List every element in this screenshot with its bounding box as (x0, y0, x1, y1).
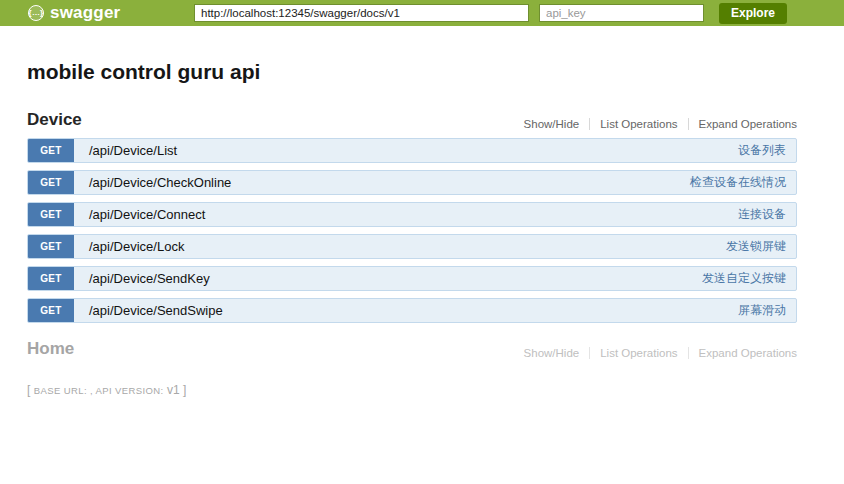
http-method-badge: GET (28, 139, 74, 162)
http-method-badge: GET (28, 235, 74, 258)
endpoint-list: GET /api/Device/List 设备列表 GET /api/Devic… (27, 138, 797, 323)
section-device: Device Show/HideList OperationsExpand Op… (27, 110, 797, 323)
api-key-input[interactable] (539, 4, 704, 22)
http-method-badge: GET (28, 267, 74, 290)
endpoint-row[interactable]: GET /api/Device/Lock 发送锁屏键 (27, 234, 797, 259)
bracket-open: [ (27, 383, 30, 397)
endpoint-row[interactable]: GET /api/Device/CheckOnline 检查设备在线情况 (27, 170, 797, 195)
section-header: Home Show/HideList OperationsExpand Oper… (27, 339, 797, 359)
endpoint-path[interactable]: /api/Device/List (89, 143, 177, 158)
section-title[interactable]: Home (27, 339, 74, 359)
section-links: Show/HideList OperationsExpand Operation… (514, 118, 797, 130)
endpoint-row[interactable]: GET /api/Device/List 设备列表 (27, 138, 797, 163)
topbar: {…} swagger Explore (0, 0, 844, 26)
page-title: mobile control guru api (27, 60, 797, 84)
endpoint-path[interactable]: /api/Device/Lock (89, 239, 184, 254)
endpoint-row[interactable]: GET /api/Device/SendKey 发送自定义按键 (27, 266, 797, 291)
section-link-list-operations[interactable]: List Operations (589, 118, 687, 130)
endpoint-row[interactable]: GET /api/Device/Connect 连接设备 (27, 202, 797, 227)
endpoint-row[interactable]: GET /api/Device/SendSwipe 屏幕滑动 (27, 298, 797, 323)
section-link-expand-operations[interactable]: Expand Operations (688, 118, 797, 130)
base-url-labels: BASE URL: , API VERSION: (34, 385, 164, 396)
swagger-logo-text: swagger (50, 3, 120, 23)
endpoint-path[interactable]: /api/Device/CheckOnline (89, 175, 231, 190)
api-version-value: v1 (167, 383, 180, 397)
section-header: Device Show/HideList OperationsExpand Op… (27, 110, 797, 130)
explore-button[interactable]: Explore (719, 3, 787, 24)
api-url-input[interactable] (194, 4, 529, 22)
endpoint-path[interactable]: /api/Device/SendKey (89, 271, 210, 286)
endpoint-summary[interactable]: 连接设备 (738, 206, 786, 223)
http-method-badge: GET (28, 203, 74, 226)
endpoint-summary[interactable]: 检查设备在线情况 (690, 174, 786, 191)
section-home: Home Show/HideList OperationsExpand Oper… (27, 339, 797, 359)
section-title[interactable]: Device (27, 110, 82, 130)
sections: Device Show/HideList OperationsExpand Op… (27, 110, 797, 359)
section-links: Show/HideList OperationsExpand Operation… (514, 347, 797, 359)
main-content: mobile control guru api Device Show/Hide… (0, 60, 844, 397)
swagger-logo[interactable]: {…} swagger (28, 3, 120, 23)
endpoint-summary[interactable]: 发送自定义按键 (702, 270, 786, 287)
endpoint-summary[interactable]: 发送锁屏键 (726, 238, 786, 255)
endpoint-path[interactable]: /api/Device/SendSwipe (89, 303, 223, 318)
section-link-show-hide[interactable]: Show/Hide (514, 347, 590, 359)
section-link-show-hide[interactable]: Show/Hide (514, 118, 590, 130)
swagger-braces-icon: {…} (28, 5, 44, 21)
section-link-list-operations[interactable]: List Operations (589, 347, 687, 359)
section-link-expand-operations[interactable]: Expand Operations (688, 347, 797, 359)
endpoint-summary[interactable]: 设备列表 (738, 142, 786, 159)
endpoint-summary[interactable]: 屏幕滑动 (738, 302, 786, 319)
http-method-badge: GET (28, 299, 74, 322)
endpoint-path[interactable]: /api/Device/Connect (89, 207, 205, 222)
http-method-badge: GET (28, 171, 74, 194)
bracket-close: ] (183, 383, 186, 397)
base-url-info: [ BASE URL: , API VERSION: v1 ] (27, 383, 797, 397)
